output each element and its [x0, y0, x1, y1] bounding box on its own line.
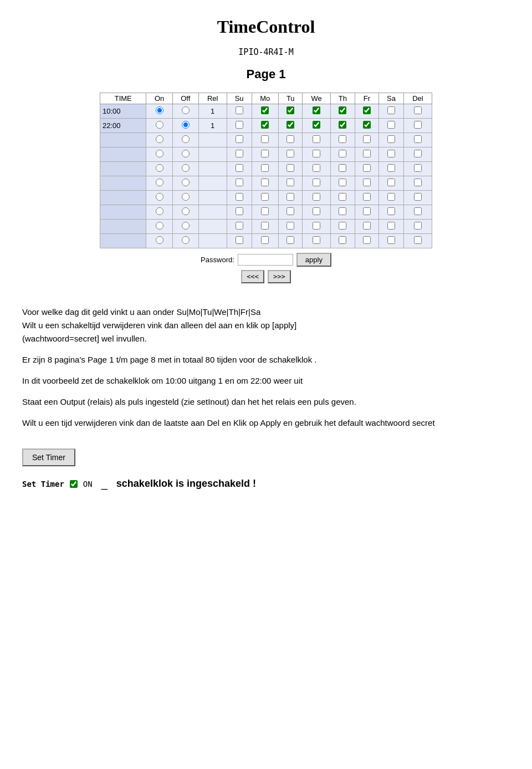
checkbox-tu[interactable] [287, 179, 294, 186]
checkbox-mo[interactable] [261, 121, 269, 129]
checkbox-th[interactable] [339, 135, 346, 143]
checkbox-we[interactable] [313, 164, 320, 172]
checkbox-mo[interactable] [261, 222, 269, 230]
on-radio[interactable] [156, 236, 163, 244]
checkbox-tu[interactable] [287, 135, 294, 143]
checkbox-we[interactable] [313, 121, 320, 129]
checkbox-del[interactable] [414, 179, 422, 186]
checkbox-mo[interactable] [261, 236, 269, 244]
checkbox-su[interactable] [236, 135, 243, 143]
checkbox-we[interactable] [313, 135, 320, 143]
checkbox-mo[interactable] [261, 193, 269, 201]
checkbox-mo[interactable] [261, 207, 269, 215]
password-input[interactable] [238, 254, 293, 266]
checkbox-su[interactable] [236, 150, 243, 157]
checkbox-tu[interactable] [287, 236, 294, 244]
on-radio[interactable] [156, 150, 163, 157]
checkbox-we[interactable] [313, 106, 320, 114]
off-radio[interactable] [182, 106, 190, 114]
checkbox-su[interactable] [236, 121, 243, 129]
checkbox-su[interactable] [236, 179, 243, 186]
checkbox-su[interactable] [236, 222, 243, 230]
checkbox-del[interactable] [414, 106, 422, 114]
status-checkbox[interactable] [70, 480, 78, 488]
apply-button[interactable]: apply [296, 253, 331, 267]
checkbox-del[interactable] [414, 121, 422, 129]
checkbox-del[interactable] [414, 193, 422, 201]
checkbox-del[interactable] [414, 150, 422, 157]
checkbox-th[interactable] [339, 106, 346, 114]
on-radio[interactable] [156, 179, 163, 186]
checkbox-su[interactable] [236, 193, 243, 201]
off-radio[interactable] [182, 207, 190, 215]
on-radio[interactable] [156, 207, 163, 215]
checkbox-sa[interactable] [387, 179, 395, 186]
checkbox-del[interactable] [414, 164, 422, 172]
checkbox-del[interactable] [414, 135, 422, 143]
checkbox-fr[interactable] [363, 106, 371, 114]
off-radio[interactable] [182, 135, 190, 143]
checkbox-sa[interactable] [387, 106, 395, 114]
off-radio[interactable] [182, 193, 190, 201]
checkbox-th[interactable] [339, 193, 346, 201]
checkbox-sa[interactable] [387, 236, 395, 244]
on-radio[interactable] [156, 222, 163, 230]
off-radio[interactable] [182, 164, 190, 172]
checkbox-fr[interactable] [363, 236, 371, 244]
checkbox-sa[interactable] [387, 135, 395, 143]
checkbox-we[interactable] [313, 179, 320, 186]
checkbox-tu[interactable] [287, 150, 294, 157]
checkbox-su[interactable] [236, 236, 243, 244]
checkbox-sa[interactable] [387, 150, 395, 157]
checkbox-su[interactable] [236, 207, 243, 215]
on-radio[interactable] [156, 121, 163, 129]
checkbox-tu[interactable] [287, 193, 294, 201]
on-radio[interactable] [156, 193, 163, 201]
checkbox-th[interactable] [339, 150, 346, 157]
checkbox-we[interactable] [313, 222, 320, 230]
checkbox-fr[interactable] [363, 207, 371, 215]
checkbox-tu[interactable] [287, 207, 294, 215]
next-button[interactable]: >>> [268, 270, 291, 283]
checkbox-del[interactable] [414, 207, 422, 215]
checkbox-tu[interactable] [287, 164, 294, 172]
checkbox-tu[interactable] [287, 222, 294, 230]
on-radio[interactable] [156, 135, 163, 143]
checkbox-del[interactable] [414, 236, 422, 244]
checkbox-sa[interactable] [387, 207, 395, 215]
checkbox-sa[interactable] [387, 164, 395, 172]
checkbox-fr[interactable] [363, 150, 371, 157]
checkbox-th[interactable] [339, 207, 346, 215]
checkbox-fr[interactable] [363, 121, 371, 129]
checkbox-we[interactable] [313, 207, 320, 215]
checkbox-mo[interactable] [261, 135, 269, 143]
checkbox-th[interactable] [339, 222, 346, 230]
checkbox-fr[interactable] [363, 222, 371, 230]
checkbox-fr[interactable] [363, 179, 371, 186]
off-radio[interactable] [182, 222, 190, 230]
off-radio[interactable] [182, 236, 190, 244]
checkbox-sa[interactable] [387, 193, 395, 201]
checkbox-th[interactable] [339, 236, 346, 244]
set-timer-button[interactable]: Set Timer [22, 449, 75, 466]
checkbox-we[interactable] [313, 193, 320, 201]
checkbox-del[interactable] [414, 222, 422, 230]
checkbox-sa[interactable] [387, 121, 395, 129]
checkbox-tu[interactable] [287, 121, 294, 129]
checkbox-fr[interactable] [363, 164, 371, 172]
checkbox-sa[interactable] [387, 222, 395, 230]
checkbox-su[interactable] [236, 164, 243, 172]
on-radio[interactable] [156, 164, 163, 172]
checkbox-fr[interactable] [363, 193, 371, 201]
on-radio[interactable] [156, 106, 163, 114]
checkbox-mo[interactable] [261, 106, 269, 114]
off-radio[interactable] [182, 121, 190, 129]
checkbox-we[interactable] [313, 150, 320, 157]
checkbox-mo[interactable] [261, 179, 269, 186]
checkbox-su[interactable] [236, 106, 243, 114]
checkbox-mo[interactable] [261, 164, 269, 172]
checkbox-we[interactable] [313, 236, 320, 244]
off-radio[interactable] [182, 179, 190, 186]
prev-button[interactable]: <<< [241, 270, 264, 283]
checkbox-th[interactable] [339, 164, 346, 172]
